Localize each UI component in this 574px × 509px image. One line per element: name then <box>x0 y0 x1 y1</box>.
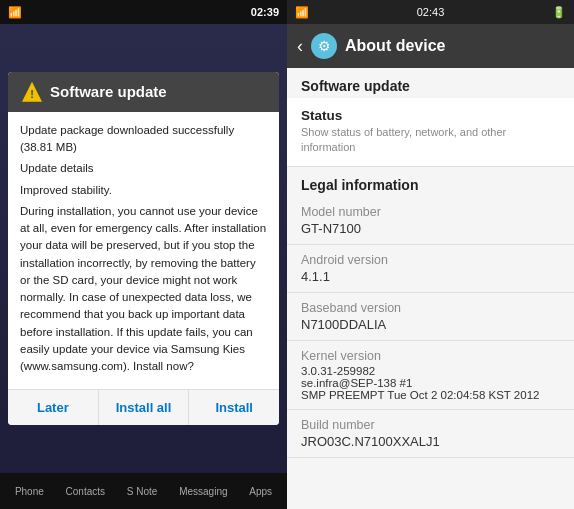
status-subtitle: Show status of battery, network, and oth… <box>301 125 560 156</box>
right-status-time: 02:43 <box>417 6 445 18</box>
build-number-label: Build number <box>301 418 560 432</box>
nav-snote[interactable]: S Note <box>127 486 158 497</box>
software-update-dialog: Software update Update package downloade… <box>8 72 279 426</box>
dialog-title-bar: Software update <box>8 72 279 112</box>
software-update-section-header: Software update <box>287 68 574 98</box>
baseband-version-item: Baseband version N7100DDALIA <box>287 293 574 341</box>
dialog-line-1: Update package downloaded successfully (… <box>20 122 267 157</box>
dialog-body: Update package downloaded successfully (… <box>8 112 279 390</box>
nav-contacts[interactable]: Contacts <box>66 486 105 497</box>
baseband-version-value: N7100DDALIA <box>301 317 560 332</box>
kernel-version-item: Kernel version 3.0.31-259982 se.infra@SE… <box>287 341 574 410</box>
warning-icon <box>22 82 42 102</box>
legal-info-section-header: Legal information <box>287 167 574 197</box>
left-status-bar: 📶 02:39 <box>0 0 287 24</box>
install-all-button[interactable]: Install all <box>99 390 190 425</box>
back-button[interactable]: ‹ <box>297 36 303 57</box>
dialog-line-4: During installation, you cannot use your… <box>20 203 267 376</box>
android-version-value: 4.1.1 <box>301 269 560 284</box>
later-button[interactable]: Later <box>8 390 99 425</box>
status-menu-item[interactable]: Status Show status of battery, network, … <box>287 98 574 167</box>
kernel-version-label: Kernel version <box>301 349 560 363</box>
nav-phone[interactable]: Phone <box>15 486 44 497</box>
left-status-icons: 📶 <box>8 6 22 19</box>
model-number-item: Model number GT-N7100 <box>287 197 574 245</box>
dialog-buttons: Later Install all Install <box>8 389 279 425</box>
right-panel: 📶 02:43 🔋 ‹ ⚙ About device Software upda… <box>287 0 574 509</box>
model-number-value: GT-N7100 <box>301 221 560 236</box>
right-signal-icon: 📶 <box>295 6 309 18</box>
signal-icon: 📶 <box>8 6 22 19</box>
right-status-bar: 📶 02:43 🔋 <box>287 0 574 24</box>
bottom-navigation: Phone Contacts S Note Messaging Apps <box>0 473 287 509</box>
right-status-left: 📶 <box>295 6 309 19</box>
kernel-version-value: 3.0.31-259982 se.infra@SEP-138 #1 SMP PR… <box>301 365 560 401</box>
install-button[interactable]: Install <box>189 390 279 425</box>
right-header: ‹ ⚙ About device <box>287 24 574 68</box>
android-version-item: Android version 4.1.1 <box>287 245 574 293</box>
baseband-version-label: Baseband version <box>301 301 560 315</box>
dialog-title: Software update <box>50 83 167 100</box>
status-title: Status <box>301 108 560 123</box>
dialog-line-2: Update details <box>20 160 267 177</box>
right-content: Software update Status Show status of ba… <box>287 68 574 509</box>
nav-messaging[interactable]: Messaging <box>179 486 227 497</box>
right-battery-icon: 🔋 <box>552 6 566 19</box>
dialog-background: Software update Update package downloade… <box>0 24 287 473</box>
left-status-time: 02:39 <box>251 6 279 18</box>
dialog-line-3: Improved stability. <box>20 182 267 199</box>
page-title: About device <box>345 37 445 55</box>
nav-apps[interactable]: Apps <box>249 486 272 497</box>
model-number-label: Model number <box>301 205 560 219</box>
build-number-item: Build number JRO03C.N7100XXALJ1 <box>287 410 574 458</box>
build-number-value: JRO03C.N7100XXALJ1 <box>301 434 560 449</box>
settings-gear-icon: ⚙ <box>311 33 337 59</box>
left-panel: 📶 02:39 Software update Update package d… <box>0 0 287 509</box>
android-version-label: Android version <box>301 253 560 267</box>
